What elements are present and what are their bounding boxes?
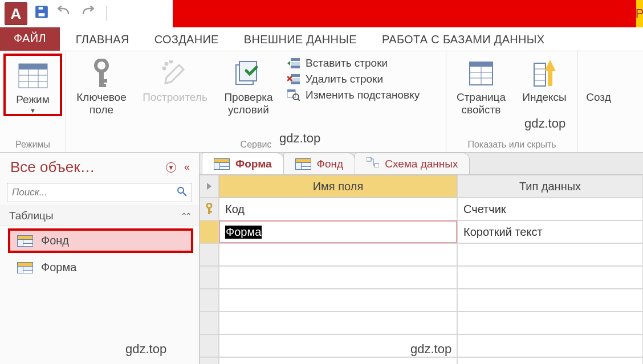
doc-tab-label: Фонд bbox=[317, 158, 344, 170]
svg-point-38 bbox=[178, 187, 184, 193]
undo-icon[interactable] bbox=[56, 6, 73, 22]
doc-tab-label: Схема данных bbox=[385, 158, 458, 170]
svg-rect-18 bbox=[291, 58, 300, 61]
doc-tab-label: Форма bbox=[235, 158, 272, 170]
indexes-button[interactable]: Индексы bbox=[515, 54, 574, 104]
validation-icon bbox=[235, 56, 262, 91]
create-macros-button[interactable]: Созд bbox=[581, 54, 616, 104]
tab-home[interactable]: ГЛАВНАЯ bbox=[63, 28, 142, 51]
cell-empty[interactable] bbox=[219, 357, 457, 364]
save-icon[interactable] bbox=[34, 5, 49, 23]
svg-point-13 bbox=[165, 63, 168, 65]
search-icon[interactable] bbox=[172, 186, 192, 199]
svg-rect-1 bbox=[38, 6, 44, 10]
cell-empty[interactable] bbox=[457, 334, 643, 357]
cell-empty[interactable] bbox=[457, 243, 643, 266]
property-sheet-button[interactable]: Страница свойств bbox=[450, 54, 512, 116]
qat-separator bbox=[106, 6, 107, 21]
nav-dropdown-icon[interactable]: ▼ bbox=[166, 162, 176, 173]
insert-rows-icon bbox=[286, 57, 301, 69]
builder-icon bbox=[162, 56, 188, 91]
redo-icon[interactable] bbox=[80, 6, 97, 22]
cell-empty[interactable] bbox=[219, 312, 457, 334]
nav-search bbox=[7, 183, 192, 202]
view-button[interactable]: Режим ▼ bbox=[3, 54, 62, 116]
delete-rows-button[interactable]: Удалить строки bbox=[286, 73, 438, 85]
cell-empty[interactable] bbox=[457, 357, 643, 364]
view-button-label: Режим bbox=[16, 93, 50, 106]
doc-tab-fond[interactable]: Фонд bbox=[283, 153, 356, 174]
grid-corner[interactable] bbox=[200, 175, 219, 198]
cell-field-name[interactable]: Код bbox=[219, 198, 457, 220]
header-data-type[interactable]: Тип данных bbox=[457, 175, 643, 198]
navigation-pane: Все объек… ▼ « Таблицы ⌃⌃ Фонд Форма bbox=[0, 153, 200, 364]
row-selector[interactable] bbox=[200, 312, 219, 334]
cell-empty[interactable] bbox=[219, 243, 457, 266]
row-selector[interactable] bbox=[200, 289, 219, 312]
row-selector[interactable] bbox=[200, 334, 219, 357]
cell-empty[interactable] bbox=[219, 334, 457, 357]
ribbon-group-showhide-label: Показать или скрыть bbox=[450, 138, 574, 151]
ribbon-tab-strip: ФАЙЛ ГЛАВНАЯ СОЗДАНИЕ ВНЕШНИЕ ДАННЫЕ РАБ… bbox=[0, 27, 643, 51]
svg-rect-23 bbox=[291, 81, 300, 84]
insert-rows-button[interactable]: Вставить строки bbox=[286, 57, 438, 69]
nav-section-tables[interactable]: Таблицы ⌃⌃ bbox=[0, 206, 199, 226]
chevron-down-icon: ▼ bbox=[30, 107, 36, 114]
nav-search-input[interactable] bbox=[7, 185, 172, 201]
cell-empty[interactable] bbox=[219, 266, 457, 289]
svg-rect-41 bbox=[375, 163, 379, 167]
delete-rows-label: Удалить строки bbox=[306, 73, 383, 85]
tab-file[interactable]: ФАЙЛ bbox=[0, 26, 60, 51]
table-icon bbox=[214, 158, 230, 170]
nav-pane-title-bar[interactable]: Все объек… ▼ « bbox=[0, 153, 199, 179]
cell-empty[interactable] bbox=[457, 289, 643, 312]
title-bar-redacted bbox=[173, 0, 636, 27]
svg-rect-29 bbox=[470, 62, 493, 67]
row-selector-current[interactable] bbox=[200, 220, 219, 243]
quick-access-toolbar: A bbox=[0, 0, 173, 27]
cell-empty[interactable] bbox=[457, 312, 643, 334]
header-field-name[interactable]: Имя поля bbox=[219, 175, 457, 198]
modify-lookup-label: Изменить подстановку bbox=[306, 89, 420, 101]
nav-collapse-icon[interactable]: « bbox=[184, 161, 190, 173]
cell-empty[interactable] bbox=[457, 266, 643, 289]
svg-point-15 bbox=[163, 67, 165, 69]
primary-key-button[interactable]: Ключевое поле bbox=[70, 54, 133, 116]
doc-tab-forma[interactable]: Форма bbox=[202, 153, 284, 174]
row-selector[interactable] bbox=[200, 357, 219, 364]
modify-lookup-button[interactable]: Изменить подстановку bbox=[286, 89, 438, 101]
delete-rows-icon bbox=[286, 73, 301, 85]
nav-item-forma[interactable]: Форма bbox=[0, 255, 199, 280]
tab-create[interactable]: СОЗДАНИЕ bbox=[142, 28, 231, 51]
create-macros-label: Созд bbox=[586, 91, 611, 104]
nav-item-label: Форма bbox=[41, 261, 76, 274]
cell-field-name-editing[interactable]: Форма bbox=[219, 220, 457, 243]
cell-empty[interactable] bbox=[219, 289, 457, 312]
doc-tab-schema[interactable]: Схема данных bbox=[355, 153, 470, 174]
key-icon bbox=[92, 56, 111, 91]
nav-section-label: Таблицы bbox=[9, 210, 54, 222]
builder-button[interactable]: Построитель bbox=[136, 54, 214, 104]
ribbon-group-tools-label: Сервис bbox=[70, 138, 442, 151]
tab-external-data[interactable]: ВНЕШНИЕ ДАННЫЕ bbox=[231, 28, 369, 51]
cell-data-type[interactable]: Короткий текст bbox=[457, 220, 643, 243]
row-selector[interactable] bbox=[200, 243, 219, 266]
svg-point-42 bbox=[207, 203, 211, 208]
svg-rect-44 bbox=[208, 211, 212, 212]
svg-rect-12 bbox=[99, 84, 106, 87]
row-selector[interactable] bbox=[200, 266, 219, 289]
indexes-icon bbox=[533, 56, 556, 91]
access-logo-icon: A bbox=[5, 2, 27, 25]
tab-database-tools[interactable]: РАБОТА С БАЗАМИ ДАННЫХ bbox=[369, 28, 557, 51]
cell-data-type[interactable]: Счетчик bbox=[457, 198, 643, 220]
ribbon: Режим ▼ Режимы Ключевое поле Построитель bbox=[0, 51, 643, 153]
svg-rect-20 bbox=[291, 66, 300, 68]
svg-rect-37 bbox=[548, 71, 552, 86]
nav-item-fond[interactable]: Фонд bbox=[8, 228, 193, 253]
nav-item-label: Фонд bbox=[41, 234, 69, 247]
validation-button[interactable]: Проверка условий bbox=[217, 54, 280, 116]
svg-line-39 bbox=[183, 193, 186, 196]
property-sheet-icon bbox=[469, 56, 494, 91]
row-selector-key[interactable] bbox=[200, 198, 219, 220]
svg-rect-25 bbox=[287, 89, 295, 92]
